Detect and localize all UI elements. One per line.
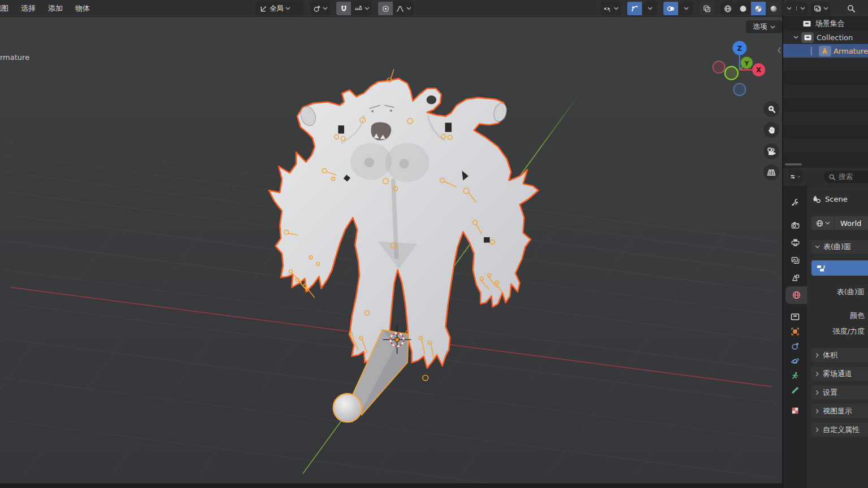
search-icon[interactable] [847,4,856,13]
show-gizmos-toggle[interactable] [627,2,642,15]
visibility-eye-icon [602,5,612,13]
box-icon [791,313,800,321]
tab-physics[interactable] [783,354,807,368]
world-browse-button[interactable] [811,216,834,230]
outliner-empty-row [783,85,868,98]
use-nodes-button[interactable] [811,260,868,276]
shading-wireframe-button[interactable] [721,2,735,15]
gizmo-axis-y-neg[interactable] [725,67,738,80]
gizmo-x-label: X [756,66,761,74]
outliner-editor: 场景集合 Collection │ [783,0,868,168]
tab-collection-props[interactable] [783,310,807,324]
viewport-3d[interactable]: Z Y X rmature 选项 [0,17,782,488]
rendered-sphere-icon [769,5,778,13]
snap-target-dropdown[interactable] [351,2,372,15]
outliner-row-scene-collection[interactable]: 场景集合 [783,17,868,30]
search-icon [828,173,836,181]
pivot-point-dropdown[interactable] [310,2,330,15]
gizmo-axis-z-neg[interactable] [734,84,745,95]
tab-bone[interactable] [783,383,807,398]
transform-orientation-dropdown[interactable]: 全局 [255,2,304,15]
surface-panel-header[interactable]: 表(曲)面 [811,240,868,254]
options-label: 选项 [753,22,767,32]
menu-object[interactable]: 物体 [69,0,96,17]
chevron-down-icon [800,7,805,10]
proportional-editing-toggle[interactable] [378,2,393,15]
armature-icon [821,47,829,55]
armature-label: Armature [834,47,868,55]
volume-panel-header[interactable]: 体积 [811,348,868,362]
chevron-down-icon [364,7,370,10]
tab-constraints[interactable] [783,339,807,354]
region-collapse-arrow[interactable] [777,46,782,54]
outliner-empty-row [783,125,868,139]
world-name-field[interactable]: World [834,216,868,230]
viewport-display-panel-header[interactable]: 视图显示 [811,404,868,418]
menu-view[interactable]: 视图 [0,0,15,17]
camera-view-button[interactable] [763,143,779,159]
expand-arrow-icon[interactable] [816,48,817,54]
surface-panel-label: 表(曲)面 [823,242,851,252]
scene-collection-label: 场景集合 [815,19,845,29]
ortho-grid-button[interactable] [763,164,779,180]
outliner-filter-dropdown[interactable] [811,2,831,15]
tab-scene[interactable] [783,269,807,286]
proportional-falloff-dropdown[interactable] [393,2,414,15]
shading-material-button[interactable] [751,2,766,15]
monster-model[interactable] [269,79,539,368]
snap-toggle[interactable] [336,2,351,15]
tab-output[interactable] [783,234,807,251]
shading-dropdown[interactable] [782,2,796,15]
xray-toggle[interactable] [700,2,714,15]
options-dropdown[interactable]: 选项 [746,20,782,33]
filter-photos-icon [813,5,822,12]
properties-editor: 搜索 [783,168,868,488]
tab-render[interactable] [783,216,807,234]
tab-world[interactable] [785,286,807,304]
outliner-scrollbar[interactable] [785,163,802,165]
navigation-gizmo[interactable]: Z Y X [713,41,766,95]
show-overlays-toggle[interactable] [663,2,678,15]
expand-chevron-icon [793,36,798,39]
custom-properties-panel-header[interactable]: 自定义属性 [811,422,868,437]
tab-view-layer[interactable] [783,251,807,269]
mist-pass-panel-header[interactable]: 雾场通道 [811,367,868,381]
proportional-circle-icon [381,5,390,13]
menu-select[interactable]: 选择 [15,0,42,17]
tab-object[interactable] [783,324,807,339]
pan-button[interactable] [763,122,779,138]
object-type-visibility-dropdown[interactable] [600,2,621,15]
gizmo-axis-x-neg[interactable] [713,61,725,73]
show-gizmos-dropdown[interactable] [643,2,657,15]
tab-texture[interactable] [783,403,807,418]
panel-collapsed-chevron [815,371,819,377]
properties-search-field[interactable]: 搜索 [824,171,868,183]
tab-tool[interactable] [783,193,807,211]
settings-panel-header[interactable]: 设置 [811,385,868,399]
gizmo-icon [630,5,639,13]
outliner-empty-row [783,139,868,152]
outliner-row-collection[interactable]: Collection [783,30,868,44]
outliner-row-armature[interactable]: │ Armature [783,44,868,58]
tab-object-data[interactable] [783,368,807,383]
show-overlays-dropdown[interactable] [679,2,693,15]
object-square-icon [791,327,800,336]
properties-editor-type-dropdown[interactable] [788,170,802,184]
zoom-icon [767,104,776,114]
world-data-icon [815,219,824,228]
shading-rendered-button[interactable] [766,2,781,15]
grid-icon [766,168,776,177]
scene-canvas: Z Y X [0,17,782,488]
panel-collapsed-chevron [815,390,819,395]
chevron-down-icon [797,175,800,178]
view-layer-icon [791,255,800,265]
menu-add[interactable]: 添加 [42,0,69,17]
shading-solid-button[interactable] [736,2,750,15]
chevron-down-icon [684,7,689,10]
chevron-down-icon [770,25,775,29]
collection-box-icon [804,34,812,41]
zoom-button[interactable] [763,101,779,117]
world-icon [792,290,801,300]
panel-collapsed-chevron [815,352,819,358]
xray-icon [702,5,711,13]
